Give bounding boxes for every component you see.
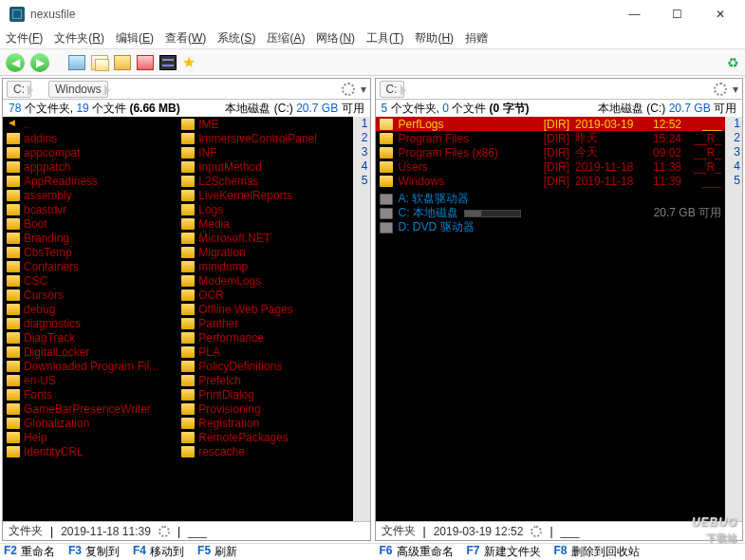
free-space: 20.7 GB [669,102,711,115]
list-item[interactable]: bcastdvr [3,202,177,216]
breadcrumb-folder[interactable]: Windows [48,81,108,98]
list-item[interactable]: minidump [177,259,352,273]
list-item[interactable]: Branding [3,231,177,245]
close-button[interactable]: ✕ [698,1,741,28]
drive-row[interactable]: D: DVD 驱动器 [376,220,726,234]
file-name: PLA [198,345,348,359]
drive-row[interactable]: C: 本地磁盘 20.7 GB 可用 [376,206,726,220]
list-item[interactable]: OCR [177,288,352,302]
parent-dir-row[interactable]: .. [3,117,177,131]
copy-icon[interactable] [91,55,108,70]
view-icon[interactable] [159,55,177,70]
menu-item[interactable]: 帮助(H) [415,30,454,47]
list-item[interactable]: rescache [177,444,352,458]
list-item[interactable]: INF [177,145,352,159]
list-item[interactable]: diagnostics [3,316,177,330]
menu-item[interactable]: 网络(N) [316,30,355,47]
chevron-down-icon[interactable]: ▾ [733,83,738,96]
menu-item[interactable]: 查看(W) [165,30,206,47]
minimize-button[interactable]: — [613,1,656,28]
fn-key[interactable]: F5刷新 [197,544,237,560]
delete-icon[interactable] [137,55,154,70]
right-path-bar[interactable]: C: ▾ [376,79,743,100]
list-item[interactable]: IdentityCRL [3,444,177,458]
folder-icon [380,119,393,130]
list-item[interactable]: Microsoft.NET [177,231,352,245]
list-item[interactable]: assembly [3,188,177,202]
list-item[interactable]: Windows [DIR] 2019-11-18 11:39 ___ [376,174,726,188]
list-item[interactable]: Media [177,216,352,231]
left-file-list[interactable]: ..addinsappcompatapppatchAppReadinessass… [3,117,370,521]
fn-key[interactable]: F6高级重命名 [380,544,454,560]
chevron-down-icon[interactable]: ▾ [361,83,366,96]
fn-key[interactable]: F7新建文件夹 [467,544,541,560]
right-file-list[interactable]: PerfLogs [DIR] 2019-03-19 12:52 ___ Prog… [376,117,743,521]
favorite-icon[interactable]: ★ [182,56,196,69]
list-item[interactable]: ImmersiveControlPanel [177,131,352,145]
menu-item[interactable]: 捐赠 [465,30,488,47]
list-item[interactable]: Offline Web Pages [177,302,352,316]
list-item[interactable]: Fonts [3,387,177,401]
list-item[interactable]: Program Files [DIR] 昨天 15:24 __R_ [376,131,726,145]
list-item[interactable]: Provisioning [177,401,352,416]
list-item[interactable]: PerfLogs [DIR] 2019-03-19 12:52 ___ [376,117,726,131]
list-item[interactable]: DiagTrack [3,330,177,345]
list-item[interactable]: debug [3,302,177,316]
list-item[interactable]: GameBarPresenceWriter [3,401,177,416]
list-item[interactable]: Users [DIR] 2019-11-18 11:38 __R_ [376,159,726,174]
left-path-bar[interactable]: C: Windows ▾ [3,79,370,100]
list-item[interactable]: Program Files (x86) [DIR] 今天 09:02 __R_ [376,145,726,159]
list-item[interactable]: IME [177,117,352,131]
recycle-icon[interactable]: ♻ [727,55,739,70]
list-item[interactable]: Cursors [3,288,177,302]
loading-icon [158,526,170,537]
list-item[interactable]: Boot [3,216,177,231]
list-item[interactable]: DigitalLocker [3,345,177,359]
list-item[interactable]: PolicyDefinitions [177,359,352,373]
fn-key[interactable]: F3复制到 [68,544,120,560]
menu-item[interactable]: 文件夹(R) [54,30,104,47]
new-icon[interactable] [68,55,85,70]
list-item[interactable]: Help [3,430,177,444]
list-item[interactable]: L2Schemas [177,174,352,188]
fn-key[interactable]: F4移动到 [133,544,184,560]
list-item[interactable]: LiveKernelReports [177,188,352,202]
menu-item[interactable]: 压缩(A) [267,30,305,47]
menu-item[interactable]: 编辑(E) [116,30,154,47]
drive-row[interactable]: A: 软盘驱动器 [376,192,726,206]
nav-forward-button[interactable]: ▶ [30,53,49,72]
list-item[interactable]: Logs [177,202,352,216]
breadcrumb-drive[interactable]: C: [380,81,404,98]
fn-key[interactable]: F8删除到回收站 [554,544,640,560]
list-item[interactable]: CbsTemp [3,245,177,259]
list-item[interactable]: Panther [177,316,352,330]
list-item[interactable]: Registration [177,416,352,430]
folder-icon [181,403,195,415]
list-item[interactable]: apppatch [3,159,177,174]
folder-icon [7,247,20,258]
fn-key[interactable]: F2重命名 [4,544,55,560]
list-item[interactable]: PrintDialog [177,387,352,401]
list-item[interactable]: Globalization [3,416,177,430]
list-item[interactable]: Migration [177,245,352,259]
paste-icon[interactable] [114,55,131,70]
menu-item[interactable]: 系统(S) [217,30,255,47]
list-item[interactable]: InputMethod [177,159,352,174]
list-item[interactable]: AppReadiness [3,174,177,188]
list-item[interactable]: appcompat [3,145,177,159]
list-item[interactable]: en-US [3,373,177,387]
list-item[interactable]: Downloaded Program Fil... [3,359,177,373]
menu-item[interactable]: 工具(T) [366,30,403,47]
list-item[interactable]: addins [3,131,177,145]
list-item[interactable]: ModemLogs [177,273,352,288]
list-item[interactable]: Prefetch [177,373,352,387]
menu-item[interactable]: 文件(F) [6,30,43,47]
breadcrumb-drive[interactable]: C: [7,81,31,98]
list-item[interactable]: PLA [177,345,352,359]
list-item[interactable]: RemotePackages [177,430,352,444]
nav-back-button[interactable]: ◀ [6,53,25,72]
maximize-button[interactable]: ☐ [656,1,698,28]
list-item[interactable]: Performance [177,330,352,345]
list-item[interactable]: CSC [3,273,177,288]
list-item[interactable]: Containers [3,259,177,273]
